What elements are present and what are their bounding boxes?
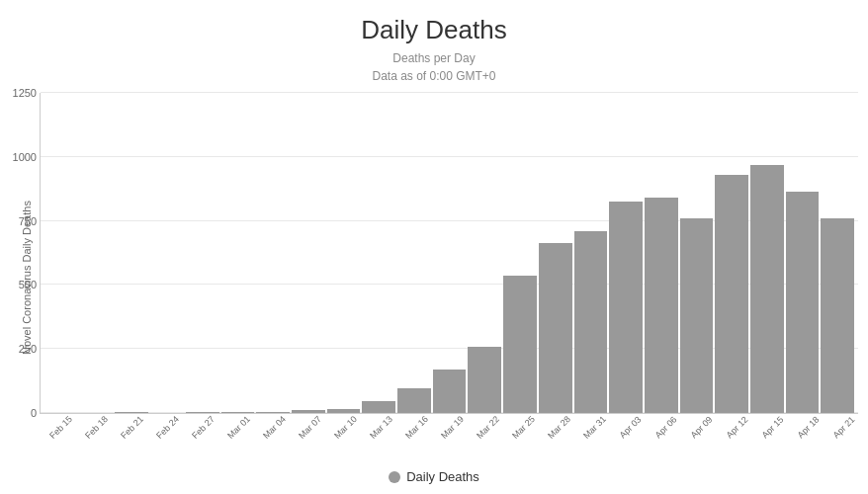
x-tick-label: Apr 21 bbox=[827, 414, 858, 444]
bar bbox=[609, 202, 643, 413]
chart-area: Novel Coronavirus Daily Deaths 125010007… bbox=[10, 93, 858, 463]
x-tick-label: Apr 15 bbox=[756, 414, 789, 444]
x-tick-label: Feb 24 bbox=[151, 414, 184, 444]
x-tick-label: Apr 09 bbox=[685, 414, 718, 444]
bar bbox=[786, 192, 820, 413]
bar bbox=[433, 370, 467, 413]
y-tick-label: 0 bbox=[31, 407, 37, 419]
bar bbox=[539, 243, 572, 413]
y-tick-label: 1250 bbox=[13, 87, 37, 99]
bar bbox=[362, 401, 395, 413]
x-axis: Feb 15Feb 18Feb 21Feb 24Feb 27Mar 01Mar … bbox=[40, 416, 858, 434]
bar bbox=[574, 231, 608, 413]
bar bbox=[468, 347, 501, 413]
bars-container bbox=[41, 93, 858, 413]
x-tick-label: Feb 18 bbox=[80, 414, 113, 444]
x-tick-label: Apr 03 bbox=[614, 414, 647, 444]
bar bbox=[750, 165, 784, 413]
x-tick-label: Mar 10 bbox=[329, 414, 362, 444]
x-tick-label: Mar 13 bbox=[365, 414, 397, 444]
bar bbox=[821, 218, 854, 413]
x-tick-label: Mar 28 bbox=[543, 414, 575, 444]
bar bbox=[292, 410, 325, 413]
bar bbox=[186, 412, 219, 413]
legend: Daily Deaths bbox=[389, 469, 479, 484]
bar bbox=[397, 388, 431, 413]
y-tick-label: 500 bbox=[19, 279, 37, 290]
x-tick-label: Feb 21 bbox=[116, 414, 148, 444]
y-tick-label: 750 bbox=[19, 215, 37, 227]
x-tick-label: Apr 06 bbox=[650, 414, 682, 444]
bar bbox=[327, 409, 361, 413]
x-tick-label: Apr 18 bbox=[792, 414, 825, 444]
bar bbox=[221, 412, 255, 413]
legend-label: Daily Deaths bbox=[406, 469, 479, 484]
bar bbox=[680, 218, 714, 413]
bar bbox=[645, 198, 678, 413]
chart-subtitle: Deaths per Day Data as of 0:00 GMT+0 bbox=[372, 49, 495, 85]
bar bbox=[115, 412, 148, 413]
y-tick-label: 1000 bbox=[13, 151, 37, 163]
chart-title: Daily Deaths bbox=[361, 15, 506, 45]
bar bbox=[715, 175, 748, 413]
bar bbox=[256, 412, 290, 413]
x-tick-label: Mar 07 bbox=[294, 414, 326, 444]
x-tick-label: Mar 04 bbox=[258, 414, 291, 444]
x-tick-label: Mar 25 bbox=[507, 414, 540, 444]
bar bbox=[503, 276, 537, 413]
x-tick-label: Mar 16 bbox=[400, 414, 433, 444]
y-tick-label: 250 bbox=[19, 343, 37, 355]
x-tick-label: Feb 15 bbox=[44, 414, 77, 444]
x-tick-label: Apr 12 bbox=[721, 414, 753, 444]
x-tick-label: Mar 31 bbox=[578, 414, 611, 444]
x-tick-label: Feb 27 bbox=[187, 414, 219, 444]
legend-dot bbox=[389, 471, 400, 483]
plot-area: 125010007505002500 bbox=[40, 93, 858, 414]
x-tick-label: Mar 22 bbox=[472, 414, 504, 444]
chart-inner: 125010007505002500 Feb 15Feb 18Feb 21Feb… bbox=[40, 93, 858, 463]
x-tick-label: Mar 19 bbox=[436, 414, 469, 444]
x-tick-label: Mar 01 bbox=[222, 414, 255, 444]
chart-container: Daily Deaths Deaths per Day Data as of 0… bbox=[0, 0, 868, 494]
